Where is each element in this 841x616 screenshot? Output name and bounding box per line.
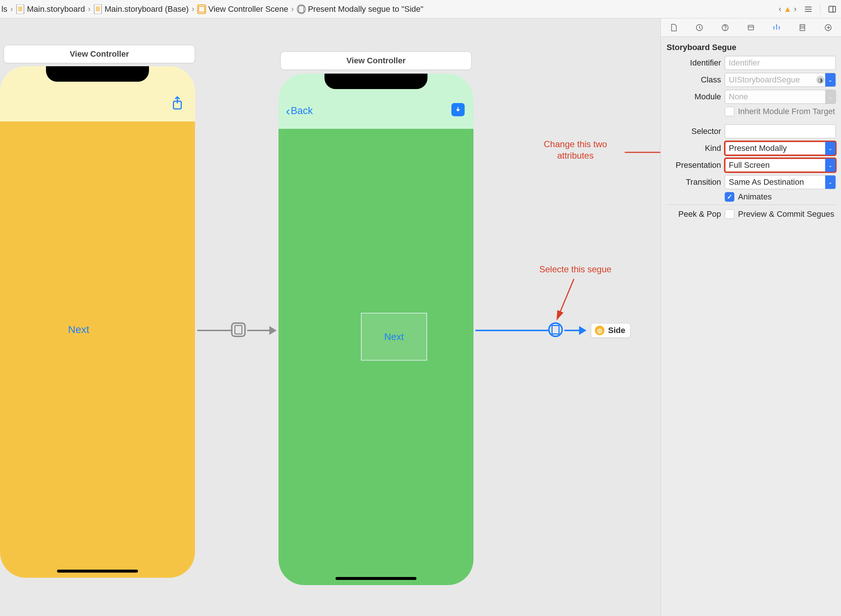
chevron-right-icon: › <box>10 4 13 14</box>
toolbar-right: ‹ ▲ › <box>779 4 837 15</box>
warning-icon[interactable]: ▲ <box>784 4 792 14</box>
transition-value: Same As Destination <box>729 177 804 187</box>
selector-row: Selector <box>666 125 836 138</box>
help-inspector-tab[interactable] <box>720 22 730 33</box>
view-body: Next <box>278 129 473 585</box>
scene-title-bar[interactable]: View Controller <box>4 45 195 63</box>
breadcrumb-toolbar: ls › Main.storyboard › Main.storyboard (… <box>0 0 841 18</box>
class-row: Class UIStoryboardSegue ◑ ⌄ <box>666 73 836 87</box>
outline-toggle-icon[interactable] <box>803 4 813 14</box>
device-preview-2[interactable]: ‹ Back Next <box>278 73 473 585</box>
segue-connector[interactable] <box>197 330 231 331</box>
scene-reference-chip[interactable]: ◎ Side <box>591 323 631 338</box>
stepper-icon[interactable]: ⌄ <box>825 158 835 172</box>
transition-select[interactable]: Same As Destination ⌄ <box>725 175 836 189</box>
scene-reference-icon: ◎ <box>595 326 604 335</box>
scene-icon <box>197 5 206 14</box>
svg-rect-3 <box>829 6 835 12</box>
device-preview-1[interactable]: Next <box>0 66 195 578</box>
selector-field[interactable] <box>725 125 836 138</box>
connections-inspector-tab[interactable] <box>823 22 833 33</box>
crumb-storyboard-base[interactable]: Main.storyboard (Base) <box>92 4 190 14</box>
scene-reference-label: Side <box>608 326 625 335</box>
segue-icon <box>297 5 306 14</box>
peek-pop-value: Preview & Commit Segues <box>738 210 834 219</box>
main-split: View Controller Next View Controller <box>0 18 841 616</box>
chevron-right-icon: › <box>88 4 91 14</box>
app-root: ls › Main.storyboard › Main.storyboard (… <box>0 0 841 616</box>
inherit-module-label: Inherit Module From Target <box>738 107 835 116</box>
annotation-text: Selecte this segue <box>539 264 611 275</box>
animates-label: Animates <box>738 192 772 202</box>
module-label: Module <box>666 92 721 101</box>
identifier-label: Identifier <box>666 58 721 68</box>
identifier-row: Identifier Identifier <box>666 56 836 70</box>
section-title: Storyboard Segue <box>666 42 836 56</box>
identifier-field[interactable]: Identifier <box>725 56 836 70</box>
scene-title-label: View Controller <box>70 49 129 59</box>
animates-checkbox[interactable] <box>725 192 734 202</box>
crumb-label: View Controller Scene <box>208 4 288 14</box>
kind-select[interactable]: Present Modally ⌄ <box>725 141 836 155</box>
class-field[interactable]: UIStoryboardSegue ◑ ⌄ <box>725 73 836 87</box>
crumb-segue[interactable]: Present Modally segue to "Side" <box>295 4 425 14</box>
next-button-label: Next <box>68 324 89 335</box>
segue-connector[interactable] <box>247 330 269 331</box>
stepper-icon[interactable]: ⌄ <box>825 73 835 87</box>
selector-label: Selector <box>666 126 721 136</box>
storyboard-file-icon <box>16 5 25 14</box>
kind-value: Present Modally <box>729 144 787 153</box>
identifier-placeholder: Identifier <box>729 58 760 68</box>
inherit-module-checkbox[interactable] <box>725 107 734 116</box>
view-body <box>0 122 195 578</box>
history-back-button[interactable]: ‹ <box>779 4 781 14</box>
svg-rect-11 <box>748 25 754 30</box>
inherit-module-row: Inherit Module From Target <box>666 107 836 116</box>
transition-label: Transition <box>666 177 721 187</box>
back-button[interactable]: ‹ Back <box>286 104 313 118</box>
class-jump-icon[interactable]: ◑ <box>816 76 825 84</box>
stepper-icon[interactable]: ⌄ <box>825 90 835 103</box>
container-view[interactable]: Next <box>361 313 427 361</box>
segue-connector-selected[interactable] <box>475 330 548 331</box>
module-row: Module None ⌄ <box>666 90 836 104</box>
history-inspector-tab[interactable] <box>694 22 705 33</box>
size-inspector-tab[interactable] <box>797 22 807 33</box>
identity-inspector-tab[interactable] <box>746 22 756 33</box>
peek-pop-checkbox[interactable] <box>725 210 734 219</box>
next-button-label: Next <box>384 331 404 343</box>
back-button-label: Back <box>291 105 313 117</box>
crumb-project[interactable]: ls <box>0 4 9 14</box>
breadcrumbs: ls › Main.storyboard › Main.storyboard (… <box>0 4 777 14</box>
interface-builder-canvas[interactable]: View Controller Next View Controller <box>0 18 661 616</box>
device-notch <box>324 73 428 89</box>
attributes-inspector-tab[interactable] <box>771 22 782 33</box>
share-icon[interactable] <box>171 96 184 113</box>
presentation-select[interactable]: Full Screen ⌄ <box>725 158 836 172</box>
presentation-value: Full Screen <box>729 160 770 170</box>
inspector-tab-bar <box>661 18 841 37</box>
inspector-body: Storyboard Segue Identifier Identifier C… <box>661 37 841 616</box>
segue-node-selected-icon[interactable] <box>548 322 563 337</box>
segue-node-icon[interactable] <box>231 322 246 337</box>
stepper-icon[interactable]: ⌄ <box>825 176 835 189</box>
adjust-editor-icon[interactable] <box>827 4 837 14</box>
home-indicator <box>336 577 416 580</box>
segue-connector-selected[interactable] <box>564 330 579 331</box>
chevron-left-icon: ‹ <box>286 104 290 118</box>
history-forward-button[interactable]: › <box>794 4 797 14</box>
download-icon[interactable] <box>451 103 464 116</box>
stepper-icon[interactable]: ⌄ <box>825 142 835 155</box>
crumb-scene[interactable]: View Controller Scene <box>196 4 290 14</box>
crumb-storyboard[interactable]: Main.storyboard <box>14 4 86 14</box>
kind-label: Kind <box>666 144 721 153</box>
home-indicator <box>57 570 138 573</box>
next-button[interactable]: Next <box>68 324 89 336</box>
file-inspector-tab[interactable] <box>668 22 679 33</box>
crumb-label: Main.storyboard <box>27 4 85 14</box>
module-select[interactable]: None ⌄ <box>725 90 836 104</box>
scene-title-bar[interactable]: View Controller <box>280 51 472 70</box>
chevron-right-icon: › <box>192 4 194 14</box>
annotation-arrow-icon <box>552 276 581 324</box>
chevron-right-icon: › <box>292 4 294 14</box>
